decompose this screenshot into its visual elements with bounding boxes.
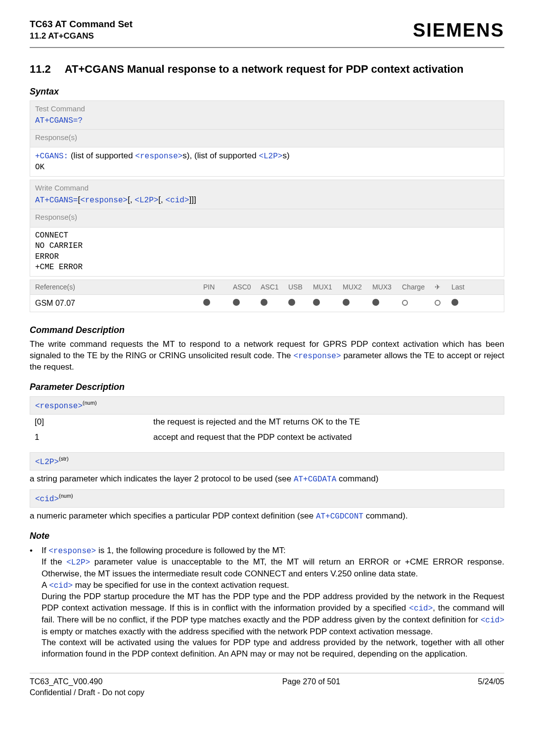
write-r3: ERROR [35,252,499,263]
ref-h-asc1: ASC1 [261,283,288,292]
dot-asc0 [233,298,261,309]
ref-h-mux2: MUX2 [343,283,372,292]
reference-header-row: Reference(s) PIN ASC0 ASC1 USB MUX1 MUX2… [30,280,504,295]
ref-h-charge: Charge [402,283,435,292]
l2p-b: AT+CGDATA [294,475,336,484]
test-resp-mid2: s), (list of supported [182,151,259,160]
n5: The context will be activated using the … [42,638,504,659]
test-resp-prefix: +CGANS: [35,152,68,161]
test-ok: OK [35,162,499,173]
param-cid-head: <cid>(num) [30,489,504,508]
section-number: 11.2 [30,62,51,77]
ref-h-mux1: MUX1 [313,283,343,292]
param-response-v1: accept and request that the PDP context … [153,432,352,443]
n1b: <response> [48,547,96,556]
write-r2: NO CARRIER [35,241,499,252]
param-l2p-name: <L2P> [35,457,59,466]
dot-mux1 [313,298,343,309]
section-heading: 11.2 AT+CGANS Manual response to a netwo… [30,62,504,77]
n4b: <cid> [409,604,433,613]
test-response-box: Response(s) [30,130,504,147]
n3c: may be specified for use in the context … [73,580,289,590]
param-response-v0: the request is rejected and the MT retur… [153,417,360,428]
test-command-label: Test Command [35,104,499,114]
note-heading: Note [30,530,504,542]
cid-a: a numeric parameter which specifies a pa… [30,511,316,520]
reference-label: Reference(s) [35,283,203,292]
doc-section: 11.2 AT+CGANS [30,31,133,42]
n1c: is 1, the following procedure is followe… [96,546,286,555]
cid-c: command). [363,511,408,520]
param-cid-text: a numeric parameter which specifies a pa… [30,511,504,522]
command-description-heading: Command Description [30,324,504,336]
write-r1: CONNECT [35,231,499,241]
n3a: A [42,580,49,590]
dot-asc1 [261,298,288,309]
bullet-icon: • [30,545,37,661]
page-header: TC63 AT Command Set 11.2 AT+CGANS SIEMEN… [30,18,504,43]
write-command-label: Write Command [35,183,499,193]
reference-value-row: GSM 07.07 [30,295,504,312]
n2c: parameter value is unacceptable to the M… [42,557,504,578]
footer-date: 5/24/05 [478,676,504,698]
dot-mux2 [343,298,372,309]
footer-page: Page 270 of 501 [282,676,340,698]
write-command: AT+CGANS=[<response>[, <L2P>[, <cid>]]] [35,194,499,206]
ref-h-last: Last [451,283,473,292]
dot-plane [435,298,451,309]
write-response-label: Response(s) [35,212,499,222]
reference-value: GSM 07.07 [35,298,203,309]
test-response-body: +CGANS: (list of supported <response>s),… [30,147,504,176]
command-description-text: The write command requests the MT to res… [30,339,504,373]
n4d: <cid> [481,616,504,625]
page-footer: TC63_ATC_V00.490 Confidential / Draft - … [30,673,504,698]
test-command-label-box: Test Command AT+CGANS=? [30,100,504,130]
write-response-body: CONNECT NO CARRIER ERROR +CME ERROR [30,228,504,277]
write-cmd-p3: <cid> [166,196,189,205]
write-cmd-p2: <L2P> [134,196,158,205]
section-title: AT+CGANS Manual response to a network re… [65,62,504,77]
test-resp-p2: <L2P> [259,152,282,161]
dot-mux3 [372,298,402,309]
ref-h-usb: USB [288,283,313,292]
n3b: <cid> [49,581,73,590]
write-cmd-p1: <response> [80,196,128,205]
dot-charge [402,298,435,309]
test-resp-mid1: (list of supported [68,151,135,160]
doc-title-block: TC63 AT Command Set 11.2 AT+CGANS [30,18,133,42]
param-l2p-sup: (str) [59,456,69,462]
write-cmd-b3: [, [158,195,165,204]
n2a: If the [42,557,66,567]
footer-confidential: Confidential / Draft - Do not copy [30,687,144,698]
param-response-sup: (num) [83,400,97,406]
param-response-row-0: [0] the request is rejected and the MT r… [30,415,504,430]
test-resp-mid3: s) [282,151,289,160]
n1a: If [42,546,48,555]
plane-icon: ✈ [435,283,451,292]
l2p-c: command) [336,474,378,483]
write-cmd-b4: ]]] [189,195,196,204]
dot-pin [203,298,233,309]
param-response-k0: [0] [35,417,153,428]
param-l2p-text: a string parameter which indicates the l… [30,473,504,485]
ref-h-mux3: MUX3 [372,283,402,292]
note-block: • If <response> is 1, the following proc… [30,545,504,661]
param-response-k1: 1 [35,432,153,443]
param-response-name: <response> [35,401,83,410]
param-cid-sup: (num) [59,493,73,499]
cid-b: AT+CGDCONT [316,512,363,521]
n2b: <L2P> [66,558,90,567]
note-body: If <response> is 1, the following proced… [42,545,504,661]
brand-logo: SIEMENS [413,18,504,43]
write-command-box: Write Command AT+CGANS=[<response>[, <L2… [30,180,504,210]
write-cmd-prefix: AT+CGANS= [35,196,78,205]
param-response-head: <response>(num) [30,396,504,415]
ref-h-pin: PIN [203,283,233,292]
footer-version: TC63_ATC_V00.490 [30,676,144,687]
write-response-label-box: Response(s) [30,209,504,227]
write-cmd-b2: [, [128,195,134,204]
l2p-a: a string parameter which indicates the l… [30,474,294,483]
footer-left: TC63_ATC_V00.490 Confidential / Draft - … [30,676,144,698]
test-response-label: Response(s) [35,133,499,142]
parameter-description-heading: Parameter Description [30,381,504,393]
